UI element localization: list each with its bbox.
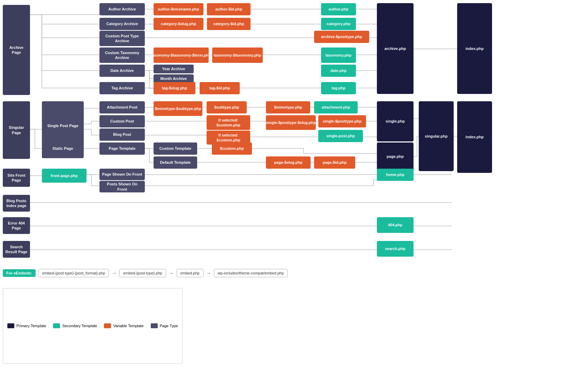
- single-post-php-node: single-post.php: [318, 130, 363, 142]
- index-php2-node: index.php: [457, 101, 492, 173]
- archive-php-node: archive.php: [377, 3, 414, 94]
- page-shown-on-front-node: Page Shown On Front: [99, 169, 145, 180]
- year-archive-node: Year Archive: [154, 65, 194, 73]
- oembed-arrow-1: →: [169, 270, 174, 276]
- legend-pagetype: Page Type: [151, 323, 178, 328]
- attachment-php-node: attachment.php: [314, 101, 358, 113]
- legend-variable-box: [104, 323, 111, 328]
- attachment-post-node: Attachment Post: [99, 101, 145, 113]
- singular-php-node: singular.php: [419, 101, 454, 171]
- blog-posts-index-label: Blog Posts Index page: [3, 195, 30, 212]
- date-php-node: date.php: [321, 65, 356, 77]
- search-php-node: search.php: [377, 241, 414, 257]
- custom-post-node: Custom Post: [99, 115, 145, 127]
- author-nicename-node: author-$nicename.php: [154, 3, 203, 15]
- tag-id-node: tag-$id.php: [200, 82, 240, 94]
- mimetype-node: $mimetype.php: [266, 101, 310, 113]
- oembeds-label: For oEmbeds:: [3, 269, 36, 277]
- legend-secondary-box: [53, 323, 60, 328]
- legend-primary: Primary Template: [7, 323, 46, 328]
- oembed-arrow-2: →: [206, 270, 211, 276]
- author-archive-node: Author Archive: [99, 3, 145, 15]
- posts-shown-on-front-node: Posts Shown On Front: [99, 181, 145, 192]
- oembed-item-2: embed.php: [177, 269, 203, 277]
- legend-primary-box: [7, 323, 14, 328]
- single-php-node: single.php: [377, 101, 414, 141]
- category-slug-node: category-$slug.php: [154, 18, 203, 30]
- taxonomy-php-node: taxonomy.php: [321, 47, 356, 63]
- front-page-php-node: front-page.php: [42, 169, 87, 183]
- blog-post-node: Blog Post: [99, 129, 145, 141]
- oembed-arrow-0: →: [112, 270, 117, 276]
- page-template-node: Page Template: [99, 142, 145, 155]
- author-id-node: author-$id.php: [207, 3, 251, 15]
- date-archive-node: Date Archive: [99, 65, 145, 77]
- legend-primary-label: Primary Template: [16, 324, 46, 328]
- default-template-node: Default Template: [154, 156, 197, 169]
- custom-post-type-archive-node: Custom Post Type Archive: [99, 31, 145, 46]
- page-php-node: page.php: [377, 142, 414, 170]
- static-page-node: Static Page: [42, 139, 84, 158]
- error-404-php-node: 404.php: [377, 217, 414, 233]
- category-archive-node: Category Archive: [99, 18, 145, 30]
- error-404-label: Error 404 Page: [3, 217, 30, 234]
- tag-archive-node: Tag Archive: [99, 82, 145, 94]
- taxonomy-taxonomy-term-node: taxonomy-$taxonomy-$term.php: [154, 47, 209, 63]
- single-posttype-slug-node: single-$posttype-$slug.php: [266, 115, 316, 130]
- mimetype-subtype-node: $mimetype-$subtype.php: [154, 101, 202, 116]
- oembeds-row: For oEmbeds: embed-{post-type}-{post_for…: [3, 269, 288, 277]
- custom-template-node: Custom Template: [154, 142, 197, 155]
- page-slug-node: page-$slug.php: [266, 156, 311, 169]
- author-php-node: author.php: [321, 3, 356, 15]
- tag-slug-node: tag-$slug.php: [154, 82, 195, 94]
- site-front-page-label: Site Front Page: [3, 169, 30, 187]
- custom-taxonomy-archive-node: Custom Taxonomy Archive: [99, 47, 145, 63]
- legend-pagetype-box: [151, 323, 158, 328]
- tag-php-node: tag.php: [321, 82, 356, 94]
- archive-page-label: Archive Page: [3, 5, 30, 95]
- legend-variable-label: Variable Template: [113, 324, 143, 328]
- legend: Primary Template Secondary Template Vari…: [3, 288, 183, 364]
- page-id-node: page-$id.php: [314, 156, 355, 169]
- legend-pagetype-label: Page Type: [160, 324, 178, 328]
- archive-posttype-node: archive-$posttype.php: [314, 31, 369, 43]
- oembed-item-1: embed-{post-type}.php: [119, 269, 166, 277]
- legend-secondary-label: Secondary Template: [62, 324, 97, 328]
- single-posttype-php-node: single-$posttype.php: [318, 115, 366, 127]
- legend-variable: Variable Template: [104, 323, 143, 328]
- custom-php-node: $custom.php: [212, 142, 252, 155]
- search-result-label: Search Result Page: [3, 241, 30, 258]
- taxonomy-taxonomy-node: taxonomy-$taxonomy.php: [212, 47, 263, 63]
- subtype-node: $subtype.php: [207, 101, 247, 113]
- legend-secondary: Secondary Template: [53, 323, 97, 328]
- home-php-node: home.php: [377, 169, 414, 181]
- category-php-node: category.php: [321, 18, 356, 30]
- diagram-container: Archive Page Author Archive Category Arc…: [0, 0, 588, 367]
- index-php-node: index.php: [457, 3, 492, 94]
- oembed-item-0: embed-{post-type}-{post_format}.php: [38, 269, 109, 277]
- singular-page-label: Singular Page: [3, 101, 30, 159]
- if-selected-custom-1-node: If selected: $custom.php: [207, 115, 250, 130]
- oembed-item-3: wp-includes/theme-compat/embed.php: [214, 269, 288, 277]
- category-id-node: category-$id.php: [207, 18, 251, 30]
